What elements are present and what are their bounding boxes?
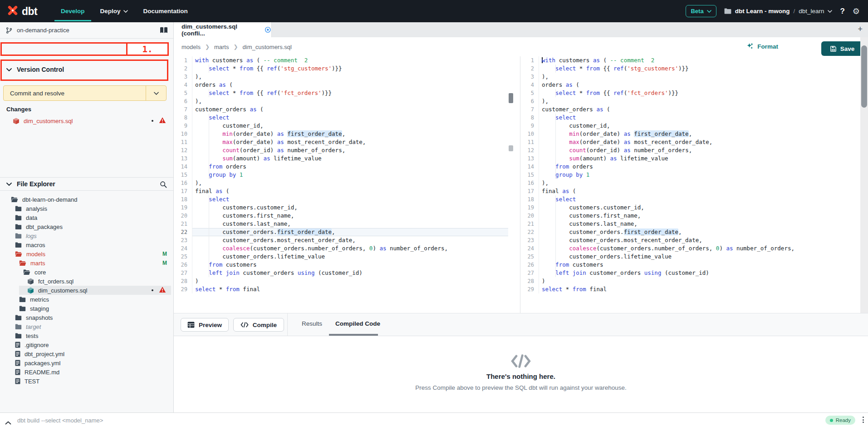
tab-results[interactable]: Results bbox=[302, 320, 322, 327]
tree-item-metrics[interactable]: metrics bbox=[0, 295, 173, 304]
line-number: 13 bbox=[174, 155, 192, 162]
left-pane-scrollbar-thumb[interactable] bbox=[509, 93, 513, 103]
code-line: 17final as ( bbox=[174, 187, 508, 195]
git-branch-icon bbox=[5, 27, 13, 34]
nav-item-deploy[interactable]: Deploy bbox=[100, 8, 128, 15]
git-branch-selector[interactable]: on-demand-practice bbox=[0, 22, 173, 39]
line-number: 4 bbox=[174, 82, 192, 88]
line-number: 21 bbox=[174, 221, 192, 227]
model-cube-icon bbox=[27, 278, 34, 285]
tree-item-dbt-project-yml[interactable]: dbt_project.yml bbox=[0, 349, 173, 358]
line-number: 22 bbox=[174, 229, 192, 235]
tree-item-label: target bbox=[26, 323, 41, 330]
gear-icon[interactable]: ⚙ bbox=[853, 7, 860, 15]
tab-compiled-code[interactable]: Compiled Code bbox=[335, 320, 380, 327]
tree-item-tests[interactable]: tests bbox=[0, 331, 173, 340]
save-button[interactable]: Save bbox=[821, 41, 863, 56]
tree-item-dbt-learn-on-demand[interactable]: dbt-learn-on-demand bbox=[0, 195, 173, 204]
line-number: 8 bbox=[174, 114, 192, 121]
nav-item-develop[interactable]: Develop bbox=[61, 8, 85, 15]
command-input[interactable]: dbt build --select <model_name> bbox=[17, 417, 103, 424]
line-number: 4 bbox=[520, 82, 539, 88]
breadcrumb-file[interactable]: dim_customers.sql bbox=[243, 44, 292, 50]
code-line: 8 select bbox=[520, 114, 861, 122]
tree-item-dbt-packages[interactable]: dbt_packages bbox=[0, 222, 173, 231]
tree-item-packages-yml[interactable]: packages.yml bbox=[0, 358, 173, 367]
indent-guide bbox=[555, 114, 556, 179]
new-tab-button[interactable]: + bbox=[858, 25, 863, 34]
code-line: 7customer_orders as ( bbox=[520, 105, 861, 114]
tree-item-models[interactable]: modelsM bbox=[0, 249, 173, 258]
line-number: 18 bbox=[520, 196, 539, 203]
compile-button[interactable]: Compile bbox=[233, 318, 284, 332]
code-line: 6), bbox=[174, 97, 508, 105]
tree-item-label: dbt-learn-on-demand bbox=[22, 196, 77, 203]
tree-item-label: tests bbox=[26, 333, 38, 339]
beta-dropdown[interactable]: Beta bbox=[686, 5, 716, 17]
code-line: 20 customers.first_name, bbox=[520, 212, 861, 220]
format-button[interactable]: Format bbox=[746, 43, 778, 50]
dbt-cloud-ide: dbt Develop Deploy Documentation Beta db… bbox=[0, 0, 868, 427]
tree-item-fct-orders-sql[interactable]: fct_orders.sql bbox=[0, 277, 173, 286]
file-explorer-header[interactable]: File Explorer bbox=[0, 177, 173, 191]
tree-item-dim-customers-sql[interactable]: dim_customers.sql bbox=[0, 286, 173, 295]
compiled-code-empty-state: There's nothing here. Press Compile abov… bbox=[174, 336, 868, 412]
version-control-header[interactable]: Version Control bbox=[6, 66, 64, 73]
code-editor-left-pane[interactable]: 1with customers as ( -- comment 22 selec… bbox=[174, 56, 508, 313]
commit-and-resolve-button[interactable]: Commit and resolve bbox=[3, 85, 167, 101]
left-pane-scrollbar-mark[interactable] bbox=[509, 145, 513, 151]
code-editor-right-pane[interactable]: 1with customers as ( -- comment 22 selec… bbox=[520, 56, 861, 313]
right-scrollbar-thumb[interactable] bbox=[861, 45, 867, 108]
tree-item-test[interactable]: TEST bbox=[0, 377, 173, 386]
tree-item-macros[interactable]: macros bbox=[0, 240, 173, 249]
changed-file-row[interactable]: dim_customers.sql bbox=[0, 116, 173, 126]
dbt-logo[interactable]: dbt bbox=[6, 4, 37, 19]
tree-item-marts[interactable]: martsM bbox=[0, 258, 173, 268]
tree-item-snapshots[interactable]: snapshots bbox=[0, 313, 173, 322]
breadcrumb-marts[interactable]: marts bbox=[214, 44, 229, 50]
tree-item--gitignore[interactable]: .gitignore bbox=[0, 340, 173, 349]
kebab-menu-icon[interactable] bbox=[861, 415, 865, 424]
code-line: 26 from customers bbox=[174, 261, 508, 269]
code-line: 10 min(order_date) as first_order_date, bbox=[520, 130, 861, 138]
file-icon bbox=[15, 360, 20, 366]
code-line: 29select * from final bbox=[174, 285, 508, 293]
search-icon[interactable] bbox=[160, 181, 167, 189]
empty-state-title: There's nothing here. bbox=[486, 372, 555, 380]
preview-button[interactable]: Preview bbox=[181, 318, 229, 332]
code-line: 13 sum(amount) as lifetime_value bbox=[520, 154, 861, 163]
tab-dim-customers[interactable]: dim_customers.sql (confli... bbox=[174, 22, 272, 37]
nav-right-cluster: Beta dbt Learn - mwong / dbt_learn ? ⚙ bbox=[686, 0, 860, 22]
model-cube-icon bbox=[27, 287, 34, 294]
project-selector[interactable]: dbt Learn - mwong / dbt_learn bbox=[724, 8, 833, 15]
tree-item-data[interactable]: data bbox=[0, 213, 173, 222]
tree-item-logs[interactable]: logs bbox=[0, 231, 173, 240]
tree-item-staging[interactable]: staging bbox=[0, 304, 173, 313]
chevron-up-icon[interactable] bbox=[5, 418, 11, 427]
help-icon[interactable]: ? bbox=[840, 7, 844, 16]
indent-guide bbox=[209, 89, 209, 97]
code-line: 21 customers.last_name, bbox=[520, 220, 861, 228]
folder-icon bbox=[15, 242, 22, 248]
folder-open-icon bbox=[11, 197, 18, 203]
code-line: 23 customer_orders.most_recent_order_dat… bbox=[520, 236, 861, 244]
docs-book-icon[interactable] bbox=[160, 27, 168, 35]
code-line: 11 max(order_date) as most_recent_order_… bbox=[174, 138, 508, 146]
tree-item-analysis[interactable]: analysis bbox=[0, 204, 173, 213]
file-icon bbox=[15, 378, 20, 384]
line-number: 7 bbox=[520, 106, 539, 113]
tree-item-core[interactable]: core bbox=[0, 268, 173, 277]
code-line: 15 group by 1 bbox=[174, 171, 508, 179]
nav-item-documentation[interactable]: Documentation bbox=[143, 8, 188, 15]
line-number: 20 bbox=[520, 213, 539, 219]
folder-icon bbox=[15, 206, 22, 212]
tree-item-readme-md[interactable]: README.md bbox=[0, 367, 173, 377]
line-number: 27 bbox=[174, 270, 192, 276]
tree-item-label: core bbox=[34, 269, 46, 276]
commit-options-caret[interactable] bbox=[146, 86, 166, 100]
breadcrumb-models[interactable]: models bbox=[181, 44, 201, 50]
tree-item-target[interactable]: target bbox=[0, 322, 173, 331]
code-line: 14 from orders bbox=[174, 163, 508, 171]
conflict-warning-icon bbox=[159, 286, 166, 293]
tree-item-label: dbt_packages bbox=[26, 223, 63, 230]
